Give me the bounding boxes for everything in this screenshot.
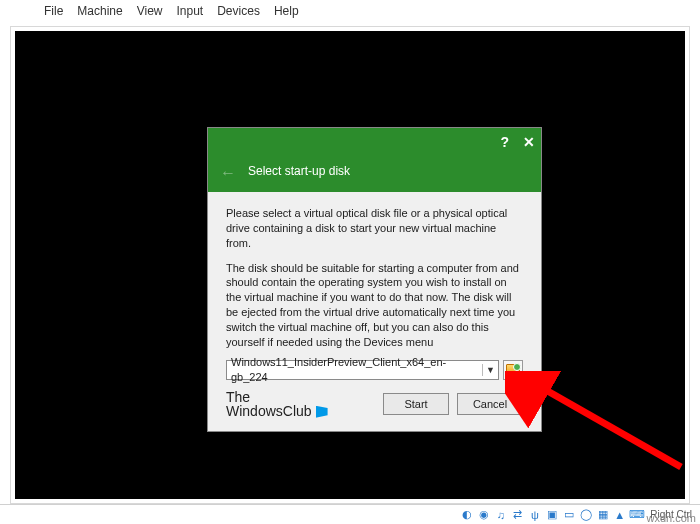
disk-select-row: Windows11_InsiderPreview_Client_x64_en-g… xyxy=(226,360,523,380)
menu-input[interactable]: Input xyxy=(177,4,204,18)
close-icon[interactable]: ✕ xyxy=(523,134,535,150)
back-arrow-icon: ← xyxy=(220,164,236,182)
dialog-para-2: The disk should be suitable for starting… xyxy=(226,261,523,350)
dialog-title: Select start-up disk xyxy=(248,164,350,178)
network-icon[interactable]: ⇄ xyxy=(510,508,525,522)
logo-line1: The xyxy=(226,390,328,405)
menu-machine[interactable]: Machine xyxy=(77,4,122,18)
dialog-footer: The WindowsClub Start Cancel xyxy=(226,390,523,419)
recording-icon[interactable]: ◯ xyxy=(578,508,593,522)
menu-file[interactable]: File xyxy=(44,4,63,18)
vm-frame: ? ✕ ← Select start-up disk Please select… xyxy=(10,26,690,504)
statusbar: ◐ ◉ ♫ ⇄ ψ ▣ ▭ ◯ ▦ ▲ ⌨ Right Ctrl wxdn.co… xyxy=(0,504,700,524)
dialog-para-1: Please select a virtual optical disk fil… xyxy=(226,206,523,251)
optical-disk-icon[interactable]: ◉ xyxy=(476,508,491,522)
disk-combobox-value: Windows11_InsiderPreview_Client_x64_en-g… xyxy=(231,355,482,385)
dialog-body: Please select a virtual optical disk fil… xyxy=(208,192,541,431)
menu-help[interactable]: Help xyxy=(274,4,299,18)
logo-line2: WindowsClub xyxy=(226,404,312,419)
keyboard-host-icon[interactable]: ⌨ xyxy=(629,508,644,522)
usb-icon[interactable]: ψ xyxy=(527,508,542,522)
cpu-icon[interactable]: ▦ xyxy=(595,508,610,522)
shared-folder-icon[interactable]: ▣ xyxy=(544,508,559,522)
flag-icon xyxy=(316,406,328,418)
hard-disk-icon[interactable]: ◐ xyxy=(459,508,474,522)
folder-icon xyxy=(506,364,520,375)
chevron-down-icon: ▼ xyxy=(482,364,495,376)
mouse-icon[interactable]: ▲ xyxy=(612,508,627,522)
browse-disk-button[interactable] xyxy=(503,360,523,380)
start-button[interactable]: Start xyxy=(383,393,449,415)
startup-disk-dialog: ? ✕ ← Select start-up disk Please select… xyxy=(207,127,542,432)
display-icon[interactable]: ▭ xyxy=(561,508,576,522)
dialog-header: ? ✕ ← Select start-up disk xyxy=(208,128,541,192)
windowsclub-logo: The WindowsClub xyxy=(226,390,328,419)
audio-icon[interactable]: ♫ xyxy=(493,508,508,522)
help-icon[interactable]: ? xyxy=(500,134,509,150)
menu-view[interactable]: View xyxy=(137,4,163,18)
cancel-button[interactable]: Cancel xyxy=(457,393,523,415)
menubar: File Machine View Input Devices Help xyxy=(0,0,700,22)
site-watermark: wxdn.com xyxy=(646,512,696,524)
disk-combobox[interactable]: Windows11_InsiderPreview_Client_x64_en-g… xyxy=(226,360,499,380)
menu-devices[interactable]: Devices xyxy=(217,4,260,18)
